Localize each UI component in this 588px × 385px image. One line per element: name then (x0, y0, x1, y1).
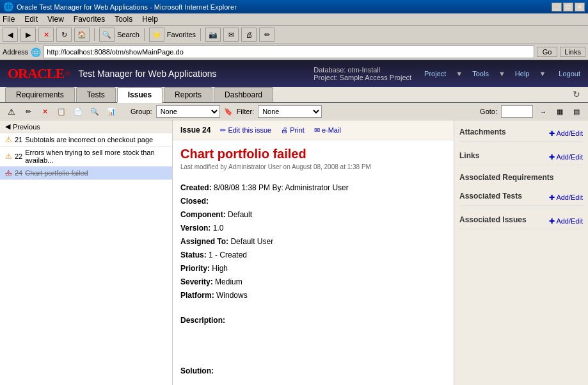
view-btn-2[interactable]: ▤ (570, 105, 583, 118)
tab-tests[interactable]: Tests (76, 87, 116, 102)
toolbar-search-btn[interactable]: 🔍 (88, 105, 101, 118)
tab-requirements[interactable]: Requirements (5, 87, 75, 102)
issue-modified: Last modified by Administrator User on A… (180, 163, 446, 170)
links-add-link[interactable]: ✚ Add/Edit (549, 153, 583, 161)
links-title: Links (459, 151, 479, 160)
group-select[interactable]: None (156, 105, 220, 118)
component-label: Component: (180, 210, 228, 219)
toolbar-report-btn[interactable]: 📊 (105, 105, 118, 118)
content-toolbar: ⚠ ✏ ✕ 📋 📄 🔍 📊 Group: None 🔖 Filter: None… (0, 103, 588, 120)
attachments-add-link[interactable]: ✚ Add/Edit (549, 129, 583, 138)
left-panel: ◀ Previous ⚠ 21 Subtotals are incorrect … (0, 120, 173, 385)
menu-file[interactable]: File (3, 15, 15, 24)
mail-button[interactable]: ✉ (223, 28, 239, 42)
printer-icon: 🖨 (281, 126, 288, 134)
error-icon-24: ⚠ (5, 168, 12, 177)
oracle-logo: ORACLE (8, 65, 64, 82)
menu-tools[interactable]: Tools (115, 15, 132, 24)
issue-21-title: Subtotals are incorrect on checkout page (25, 136, 153, 143)
nav-dropdown-1: ▼ (456, 70, 463, 78)
favorites-label: Favorites (167, 31, 196, 38)
goto-label: Goto: (480, 108, 497, 115)
maximize-button[interactable]: □ (563, 3, 573, 12)
closed-label: Closed: (180, 197, 209, 206)
links-add-label: Add/Edit (556, 153, 583, 161)
address-input[interactable] (44, 45, 534, 58)
email-link[interactable]: ✉ e-Mail (314, 126, 341, 135)
tab-issues[interactable]: Issues (117, 87, 163, 103)
tab-dashboard[interactable]: Dashboard (214, 87, 273, 102)
toolbar-separator-2 (144, 28, 145, 41)
filter-label: Filter: (237, 108, 255, 115)
menu-favorites[interactable]: Favorites (74, 15, 105, 24)
back-button[interactable]: ◀ (3, 28, 18, 42)
assoc-tests-add-link[interactable]: ✚ Add/Edit (549, 193, 583, 202)
nav-dropdown-3: ▼ (539, 70, 546, 78)
print-link[interactable]: 🖨 Print (281, 126, 305, 134)
logout-button[interactable]: Logout (559, 70, 580, 78)
issue-item-22[interactable]: ⚠ 22 Errors when trying to sell more sto… (0, 147, 172, 167)
main-tabs: Requirements Tests Issues Reports Dashbo… (0, 87, 588, 103)
edit-issue-link[interactable]: ✏ Edit this issue (220, 126, 271, 135)
field-platform: Platform: Windows (180, 290, 446, 301)
refresh-button[interactable]: ↻ (570, 88, 583, 101)
media-button[interactable]: 📷 (205, 28, 221, 42)
address-bar: Address 🌐 Go Links (0, 44, 588, 60)
platform-value: Windows (216, 291, 248, 300)
forward-button[interactable]: ▶ (20, 28, 36, 42)
toolbar-separator-1 (94, 28, 95, 41)
issue-fields: Created: 8/08/08 1:38 PM By: Administrat… (173, 179, 454, 306)
tab-reports[interactable]: Reports (164, 87, 212, 102)
assoc-issues-add-link[interactable]: ✚ Add/Edit (549, 217, 583, 225)
issue-22-id: 22 (15, 152, 22, 160)
field-priority: Priority: High (180, 263, 446, 274)
toolbar-copy-btn[interactable]: 📋 (55, 105, 68, 118)
severity-value: Medium (215, 277, 242, 286)
favorites-button[interactable]: ⭐ (149, 28, 164, 42)
edit-button[interactable]: ✏ (259, 28, 274, 42)
search-button[interactable]: 🔍 (99, 28, 115, 42)
toolbar-edit-btn[interactable]: ✏ (22, 105, 35, 118)
filter-select[interactable]: None (258, 105, 322, 118)
email-icon: ✉ (314, 126, 320, 135)
menu-view[interactable]: View (47, 15, 64, 24)
close-button[interactable]: ✕ (575, 3, 585, 12)
toolbar-paste-btn[interactable]: 📄 (72, 105, 84, 118)
address-label: Address (3, 48, 28, 56)
issue-item-21[interactable]: ⚠ 21 Subtotals are incorrect on checkout… (0, 133, 172, 147)
component-value: Default (228, 210, 252, 219)
field-version: Version: 1.0 (180, 222, 446, 234)
window-title: Oracle Test Manager for Web Applications… (17, 3, 237, 11)
browser-toolbar: ◀ ▶ ✕ ↻ 🏠 🔍 Search ⭐ Favorites 📷 ✉ 🖨 ✏ (0, 26, 588, 44)
issue-item-24[interactable]: ⚠ 24 Chart portfolio failed (0, 167, 172, 180)
description-content (173, 328, 454, 360)
tools-nav[interactable]: Tools (472, 70, 489, 78)
field-status: Status: 1 - Created (180, 249, 446, 261)
main-content: ◀ Previous ⚠ 21 Subtotals are incorrect … (0, 120, 588, 385)
refresh-button[interactable]: ↻ (56, 28, 72, 42)
menu-help[interactable]: Help (142, 15, 158, 24)
previous-button[interactable]: ◀ Previous (0, 120, 172, 133)
go-button[interactable]: Go (537, 47, 558, 57)
warning-icon-22: ⚠ (5, 152, 12, 161)
toolbar-delete-btn[interactable]: ✕ (38, 105, 51, 118)
field-assigned: Assigned To: Default User (180, 236, 446, 247)
project-nav[interactable]: Project (424, 70, 446, 78)
goto-go-btn[interactable]: → (537, 105, 550, 118)
priority-value: High (212, 264, 228, 273)
field-closed: Closed: (180, 195, 446, 207)
print-button[interactable]: 🖨 (241, 28, 257, 42)
menu-edit[interactable]: Edit (24, 15, 38, 24)
oracle-trademark: ® (65, 70, 70, 78)
created-label: Created: (180, 183, 214, 192)
home-button[interactable]: 🏠 (74, 28, 90, 42)
goto-input[interactable] (501, 105, 533, 118)
help-nav[interactable]: Help (515, 70, 530, 78)
stop-button[interactable]: ✕ (38, 28, 54, 42)
minimize-button[interactable]: _ (552, 3, 562, 12)
toolbar-action-1[interactable]: ⚠ (5, 105, 18, 118)
view-btn-1[interactable]: ▦ (553, 105, 566, 118)
links-button[interactable]: Links (560, 47, 585, 57)
issue-22-title: Errors when trying to sell more stock th… (25, 149, 167, 164)
title-bar: 🌐 Oracle Test Manager for Web Applicatio… (0, 0, 588, 13)
